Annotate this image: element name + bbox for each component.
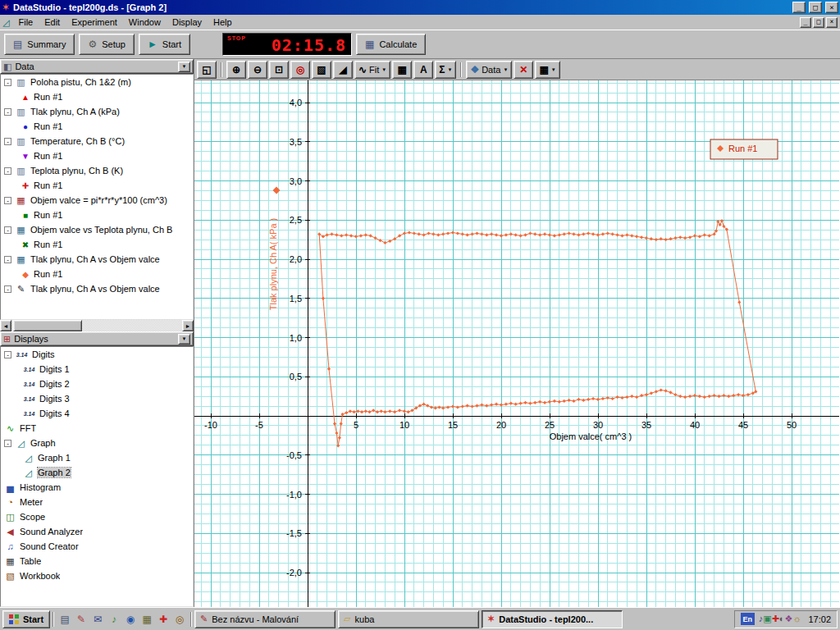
tray-updates-icon[interactable]: ❖ [785,614,793,623]
graph-plot-area[interactable]: -10-551015202530354045504,03,53,02,52,01… [194,80,840,609]
menu-display[interactable]: Display [167,16,208,28]
display-item-graph[interactable]: -◿Graph [1,436,193,450]
graph-settings-button[interactable]: ▦▼ [535,61,559,79]
collapse-expander-icon[interactable]: - [4,351,11,358]
scale-to-fit-button[interactable]: ◱ [197,61,217,79]
quicklaunch-antivirus-icon[interactable]: ✚ [155,611,171,628]
run-item[interactable]: ✚Run #1 [1,178,193,193]
zoom-out-button[interactable]: ⊖ [248,61,267,79]
quicklaunch-explorer-icon[interactable]: ◉ [122,611,139,628]
calculate-button[interactable]: ▦ Calculate [356,34,426,55]
collapse-expander-icon[interactable]: - [4,285,11,293]
summary-button[interactable]: ▤ Summary [4,34,75,55]
tray-power-icon[interactable]: ☼ [792,614,801,623]
displays-panel-header[interactable]: ⊞ Displays ▼ [0,331,194,346]
quicklaunch-desktop-icon[interactable]: ▤ [57,611,73,628]
display-item-digits[interactable]: -3.14Digits [1,347,193,362]
text-tool-button[interactable]: A [413,61,433,79]
data-tree-hscrollbar[interactable]: ◄ ► [0,320,194,331]
collapse-expander-icon[interactable]: - [4,108,11,116]
data-panel-header[interactable]: ◧ Data ▼ [0,59,194,74]
data-item-7[interactable]: -▦Tlak plynu, Ch A vs Objem valce [1,252,193,267]
data-item-8[interactable]: -✎Tlak plynu, Ch A vs Objem valce [1,281,193,296]
display-item-graph-1[interactable]: ◿Graph 1 [1,450,193,465]
language-indicator[interactable]: En [741,613,755,625]
menu-help[interactable]: Help [208,16,238,28]
task-button-1[interactable]: ✎Bez názvu - Malování [194,610,336,628]
data-item-6[interactable]: -▦Objem valce vs Teplota plynu, Ch B [1,222,193,237]
display-item-table[interactable]: ▦Table [1,554,193,568]
menu-window[interactable]: Window [123,16,167,28]
restore-button[interactable]: □ [809,2,822,13]
start-button[interactable]: Start [2,610,50,628]
minimize-button[interactable]: _ [792,2,806,13]
data-item-1[interactable]: -▥Poloha pistu, Ch 1&2 (m) [1,75,193,89]
tray-scheduler-icon[interactable]: ◐ [779,614,785,623]
scrollbar-track[interactable] [11,320,182,331]
slope-tool-button[interactable]: ◢ [333,61,353,79]
start-button-toolbar[interactable]: ► Start [139,34,190,55]
data-menu-button[interactable]: ❖Data▼ [466,61,512,79]
quicklaunch-documents-icon[interactable]: ▦ [139,611,155,628]
display-item-digits-1[interactable]: 3.14Digits 1 [1,362,193,377]
data-item-4[interactable]: -▥Teplota plynu, Ch B (K) [1,163,193,178]
quicklaunch-media-icon[interactable]: ♪ [106,611,122,628]
run-item[interactable]: ✖Run #1 [1,237,193,252]
data-item-3[interactable]: -▥Temperature, Ch B (°C) [1,134,193,148]
display-item-scope[interactable]: ◫Scope [1,509,193,524]
tray-display-icon[interactable]: ▣ [763,614,771,623]
collapse-expander-icon[interactable]: - [4,138,11,145]
display-item-fft[interactable]: ∿FFT [1,421,193,436]
close-button[interactable]: × [825,2,838,13]
data-panel-menu-button[interactable]: ▼ [178,62,190,72]
quicklaunch-mail-icon[interactable]: ✉ [89,611,106,628]
note-tool-button[interactable]: ▧ [312,61,331,79]
run-item[interactable]: ◆Run #1 [1,267,193,281]
quicklaunch-paint-icon[interactable]: ✎ [73,611,89,628]
menu-file[interactable]: File [12,16,39,28]
collapse-expander-icon[interactable]: - [4,167,11,175]
display-item-graph-2[interactable]: ◿Graph 2 [1,465,193,480]
collapse-expander-icon[interactable]: - [4,79,11,86]
scroll-left-button[interactable]: ◄ [0,320,11,331]
child-close-button[interactable]: × [826,17,838,28]
delete-tool-button[interactable]: ✕ [514,61,533,79]
tray-antivirus-icon[interactable]: ✚ [772,614,779,623]
data-item-2[interactable]: -▥Tlak plynu, Ch A (kPa) [1,104,193,119]
data-item-5[interactable]: -▦Objem valce = pi*r*r*y*100 (cm^3) [1,193,193,208]
zoom-in-button[interactable]: ⊕ [226,61,246,79]
fit-menu-button[interactable]: ∿Fit▼ [354,61,390,79]
collapse-expander-icon[interactable]: - [4,256,11,263]
scroll-right-button[interactable]: ► [182,320,194,331]
display-item-workbook[interactable]: ▧Workbook [1,568,193,583]
statistics-menu-button[interactable]: Σ▼ [435,61,456,79]
task-button-3[interactable]: ✶DataStudio - tepl200... [482,610,623,628]
child-restore-button[interactable]: □ [813,17,824,28]
run-item[interactable]: ▼Run #1 [1,148,193,163]
displays-panel-menu-button[interactable]: ▼ [178,334,190,345]
run-item[interactable]: ●Run #1 [1,119,193,134]
collapse-expander-icon[interactable]: - [4,197,11,204]
chart[interactable]: -10-551015202530354045504,03,53,02,52,01… [194,80,839,607]
quicklaunch-cd-player-icon[interactable]: ◎ [171,611,188,628]
task-button-2[interactable]: ▱kuba [338,610,479,628]
menu-edit[interactable]: Edit [39,16,66,28]
scrollbar-thumb[interactable] [13,320,82,331]
run-item[interactable]: ▲Run #1 [1,89,193,104]
child-minimize-button[interactable]: _ [800,17,811,28]
display-item-digits-3[interactable]: 3.14Digits 3 [1,391,193,406]
display-item-meter[interactable]: ◔Meter [1,495,193,509]
legend[interactable]: Run #1 [710,139,778,159]
zoom-select-button[interactable]: ⊡ [269,61,289,79]
smart-tool-button[interactable]: ◎ [290,61,310,79]
setup-button[interactable]: ⚙ Setup [79,34,135,55]
collapse-expander-icon[interactable]: - [4,440,11,447]
collapse-expander-icon[interactable]: - [4,226,11,234]
calculator-tool-button[interactable]: ▦ [392,61,412,79]
run-item[interactable]: ■Run #1 [1,208,193,222]
display-item-digits-2[interactable]: 3.14Digits 2 [1,377,193,391]
menu-experiment[interactable]: Experiment [66,16,123,28]
display-item-histogram[interactable]: ▅Histogram [1,480,193,495]
display-item-sound-analyzer[interactable]: ◀Sound Analyzer [1,524,193,539]
display-item-sound-creator[interactable]: ♫Sound Creator [1,539,193,554]
